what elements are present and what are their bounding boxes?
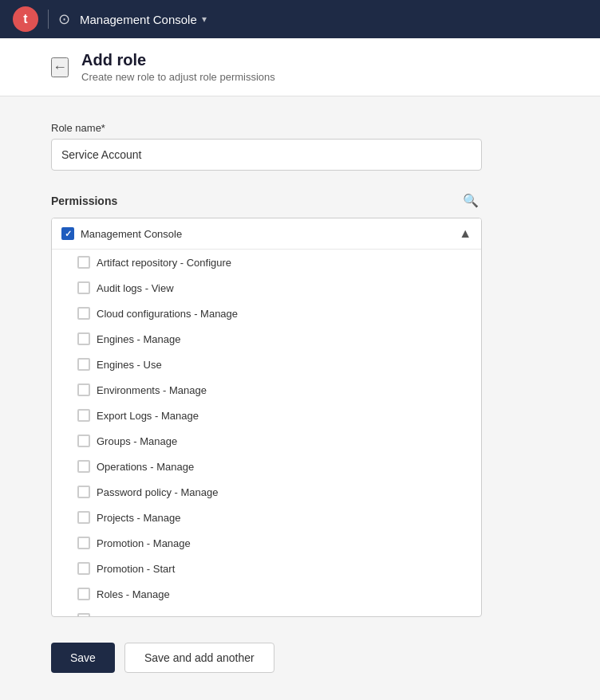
navbar-title-area[interactable]: Management Console ▾ — [80, 13, 207, 26]
permissions-box: Management Console ▲ Artifact repository… — [51, 218, 482, 617]
list-item: Promotion - Start — [52, 556, 481, 581]
permission-label: Projects - Manage — [97, 512, 181, 524]
permission-checkbox[interactable] — [77, 486, 90, 498]
permissions-list: Artifact repository - ConfigureAudit log… — [52, 250, 481, 616]
management-console-label: Management Console — [81, 228, 182, 240]
list-item: Engines - Manage — [52, 326, 481, 352]
list-item: Password policy - Manage — [52, 479, 481, 505]
permission-checkbox[interactable] — [77, 383, 90, 396]
permission-label: Promotion - Manage — [97, 537, 191, 549]
permission-checkbox[interactable] — [77, 588, 90, 600]
permission-checkbox[interactable] — [77, 537, 90, 549]
main-content: Role name* Permissions 🔍 Management Cons… — [0, 96, 600, 698]
permission-label: Password policy - Manage — [97, 486, 218, 498]
permissions-header: Permissions 🔍 — [51, 190, 482, 211]
navbar-chevron-icon: ▾ — [202, 14, 207, 25]
list-item: Run profiles - Manage — [52, 607, 481, 616]
page-title-block: Add role Create new role to adjust role … — [81, 51, 275, 83]
app-logo: t — [13, 6, 38, 32]
permission-checkbox[interactable] — [77, 307, 90, 320]
permissions-section: Permissions 🔍 Management Console ▲ Artif… — [51, 190, 482, 617]
list-item: Projects - Manage — [52, 505, 481, 530]
back-button[interactable]: ← — [51, 57, 69, 77]
navbar-title: Management Console — [80, 13, 197, 26]
permission-label: Promotion - Start — [97, 563, 175, 575]
page-title: Add role — [81, 51, 275, 69]
permission-checkbox[interactable] — [77, 281, 90, 294]
role-name-label: Role name* — [51, 122, 549, 134]
permission-checkbox[interactable] — [77, 562, 90, 575]
management-console-checkbox[interactable] — [61, 227, 74, 240]
role-name-input[interactable] — [51, 139, 482, 171]
list-item: Export Logs - Manage — [52, 403, 481, 428]
list-item: Promotion - Manage — [52, 530, 481, 556]
navbar-divider — [48, 10, 49, 29]
permissions-search-button[interactable]: 🔍 — [460, 190, 482, 211]
navbar: t ⊙ Management Console ▾ — [0, 0, 600, 38]
permission-checkbox[interactable] — [77, 256, 90, 269]
permission-checkbox[interactable] — [77, 460, 90, 473]
page-subtitle: Create new role to adjust role permissio… — [81, 71, 275, 83]
save-button[interactable]: Save — [51, 643, 115, 673]
permission-checkbox[interactable] — [77, 435, 90, 447]
collapse-button[interactable]: ▲ — [459, 226, 472, 241]
list-item: Audit logs - View — [52, 275, 481, 301]
list-item: Operations - Manage — [52, 454, 481, 479]
back-arrow-icon: ← — [53, 59, 67, 76]
list-item: Environments - Manage — [52, 377, 481, 403]
list-item: Groups - Manage — [52, 428, 481, 454]
permission-checkbox[interactable] — [77, 613, 90, 616]
mc-header-left: Management Console — [61, 227, 182, 240]
permission-checkbox[interactable] — [77, 409, 90, 422]
permission-label: Run profiles - Manage — [97, 614, 199, 617]
permission-label: Cloud configurations - Manage — [97, 308, 238, 320]
permissions-label: Permissions — [51, 195, 117, 207]
role-name-group: Role name* — [51, 122, 549, 171]
permission-checkbox[interactable] — [77, 332, 90, 345]
console-icon: ⊙ — [58, 10, 70, 28]
management-console-header: Management Console ▲ — [52, 218, 481, 250]
permission-checkbox[interactable] — [77, 358, 90, 371]
permission-label: Roles - Manage — [97, 588, 170, 600]
permission-label: Engines - Manage — [97, 333, 181, 345]
chevron-up-icon: ▲ — [459, 226, 472, 240]
permission-label: Audit logs - View — [97, 282, 174, 294]
permission-label: Engines - Use — [97, 359, 162, 371]
permission-label: Artifact repository - Configure — [97, 257, 231, 269]
permission-label: Operations - Manage — [97, 461, 194, 473]
permission-label: Environments - Manage — [97, 384, 207, 396]
permission-label: Export Logs - Manage — [97, 410, 199, 422]
list-item: Cloud configurations - Manage — [52, 301, 481, 326]
list-item: Engines - Use — [52, 352, 481, 377]
buttons-row: Save Save and add another — [51, 643, 549, 673]
permission-checkbox[interactable] — [77, 511, 90, 524]
permission-label: Groups - Manage — [97, 435, 177, 447]
page-header: ← Add role Create new role to adjust rol… — [0, 38, 600, 96]
list-item: Roles - Manage — [52, 581, 481, 607]
list-item: Artifact repository - Configure — [52, 250, 481, 275]
search-icon: 🔍 — [463, 194, 479, 207]
save-and-add-button[interactable]: Save and add another — [124, 643, 274, 673]
